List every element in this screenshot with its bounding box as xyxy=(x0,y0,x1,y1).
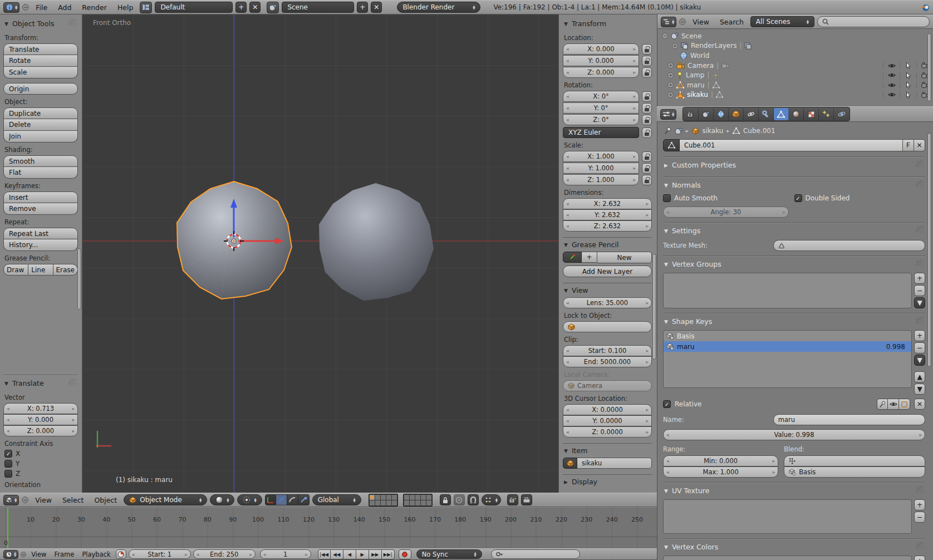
location-x-field[interactable]: X: 0.000 xyxy=(563,43,639,55)
lock-icon[interactable] xyxy=(642,56,652,66)
snap-element-select[interactable]: ▲▼ xyxy=(482,494,501,505)
item-name-field[interactable]: sikaku xyxy=(577,458,652,469)
collapse-menus-icon[interactable]: − xyxy=(679,18,686,25)
play-reverse-icon[interactable]: ◀ xyxy=(343,549,356,559)
lamp-data-icon[interactable] xyxy=(712,72,719,79)
tool-shelf-scrollbar[interactable] xyxy=(77,248,81,310)
viewport-3d[interactable]: Front Ortho (1) sikaku : maru xyxy=(82,14,558,493)
hide-eye-icon[interactable] xyxy=(883,91,900,98)
shape-key-specials-menu[interactable]: ▼ xyxy=(914,355,925,366)
tab-texture[interactable] xyxy=(804,108,819,120)
current-frame-field[interactable]: 1 xyxy=(260,549,311,559)
menu-select[interactable]: Select xyxy=(58,496,88,504)
add-uv-map-button[interactable]: + xyxy=(914,499,925,510)
jump-to-start-icon[interactable]: |◀◀ xyxy=(318,549,331,559)
layer-toggle[interactable] xyxy=(370,500,375,505)
lock-icon[interactable] xyxy=(642,91,652,102)
range-min-field[interactable]: Min: 0.000 xyxy=(663,455,778,466)
add-vertex-color-button[interactable]: + xyxy=(914,556,925,560)
menu-playback[interactable]: Playback xyxy=(79,551,113,558)
pencil-icon[interactable] xyxy=(563,252,582,263)
pin-icon[interactable] xyxy=(664,127,671,135)
lock-icon[interactable] xyxy=(642,115,652,125)
hide-eye-icon[interactable] xyxy=(883,62,900,69)
manipulator-scale-icon[interactable] xyxy=(298,494,310,505)
lock-icon[interactable] xyxy=(642,67,652,78)
tab-object-data-active[interactable] xyxy=(774,108,789,120)
lock-icon[interactable] xyxy=(642,163,652,174)
record-icon[interactable] xyxy=(399,549,411,559)
remove-uv-map-button[interactable]: − xyxy=(914,512,925,523)
screen-layout-browse-button[interactable] xyxy=(140,2,152,13)
layer-toggle[interactable] xyxy=(421,500,426,505)
breadcrumb-object-name[interactable]: sikaku xyxy=(703,127,724,135)
rotate-button[interactable]: Rotate xyxy=(3,55,78,67)
add-layout-button[interactable]: + xyxy=(235,2,247,13)
vertex-colors-list[interactable] xyxy=(663,556,912,560)
clip-end-field[interactable]: End: 5000.000 xyxy=(563,356,652,367)
constraint-y-checkbox[interactable] xyxy=(4,460,12,468)
cursor-x-field[interactable]: X: 0.0000 xyxy=(563,404,652,415)
delete-button[interactable]: Delete xyxy=(3,119,78,131)
editor-type-properties-button[interactable]: ▲▼ xyxy=(660,109,676,120)
cursor-z-field[interactable]: Z: 0.0000 xyxy=(563,426,652,438)
lock-icon[interactable] xyxy=(642,151,652,162)
snap-magnet-icon[interactable] xyxy=(468,494,479,505)
lock-icon[interactable] xyxy=(642,103,652,114)
clip-start-field[interactable]: Start: 0.100 xyxy=(563,345,652,356)
layer-toggle[interactable] xyxy=(404,495,409,500)
mesh-data-icon[interactable] xyxy=(716,91,723,98)
layer-toggle[interactable] xyxy=(404,500,409,505)
menu-frame[interactable]: Frame xyxy=(52,551,77,558)
layer-toggle[interactable] xyxy=(381,500,386,505)
view-panel-header[interactable]: ▼View xyxy=(563,283,652,297)
layer-toggle[interactable] xyxy=(381,495,386,500)
vector-z-field[interactable]: Z: 0.000 xyxy=(3,425,78,436)
uv-texture-list[interactable] xyxy=(663,499,912,534)
normals-panel-header[interactable]: ▼Normals xyxy=(663,178,925,192)
layer-toggle[interactable] xyxy=(386,495,391,500)
object-tools-panel-header[interactable]: ▼ Object Tools xyxy=(3,17,78,31)
display-mode-select[interactable]: All Scenes▲▼ xyxy=(750,16,814,27)
scene-browse-button[interactable] xyxy=(267,2,279,13)
editor-type-timeline-button[interactable]: ▲▼ xyxy=(3,550,18,559)
scale-x-field[interactable]: X: 1.000 xyxy=(563,151,639,162)
breadcrumb-data-name[interactable]: Cube.001 xyxy=(743,127,775,135)
render-opengl-animation-icon[interactable] xyxy=(521,494,532,505)
viewport-shading-select[interactable]: ▲▼ xyxy=(210,494,234,505)
cursor-y-field[interactable]: Y: 0.0000 xyxy=(563,415,652,426)
tab-modifiers[interactable] xyxy=(759,108,774,120)
gp-add-new-layer-button[interactable]: Add New Layer xyxy=(563,266,652,277)
n-panel-scrollbar[interactable] xyxy=(652,254,656,360)
layer-toggle[interactable] xyxy=(392,495,397,500)
layer-toggle[interactable] xyxy=(386,500,391,505)
delete-scene-button[interactable]: ✕ xyxy=(371,2,382,13)
menu-view[interactable]: View xyxy=(28,551,49,558)
tab-physics[interactable] xyxy=(834,108,849,120)
remove-vertex-group-button[interactable]: − xyxy=(914,285,925,296)
join-button[interactable]: Join xyxy=(3,131,78,143)
gp-new-button[interactable]: New xyxy=(597,252,652,263)
outliner-row-scene[interactable]: − Scene xyxy=(657,31,933,41)
outliner-row-renderlayers[interactable]: + RenderLayers | xyxy=(657,41,933,51)
lock-to-object-field[interactable] xyxy=(563,321,652,332)
layer-toggle[interactable] xyxy=(426,495,431,500)
shape-key-value-slider[interactable]: Value: 0.998 xyxy=(663,429,925,440)
auto-smooth-checkbox[interactable] xyxy=(663,194,671,202)
lens-field[interactable]: Lens: 35.000 xyxy=(563,297,652,308)
vertex-groups-list[interactable] xyxy=(663,273,912,308)
custom-properties-panel-header[interactable]: ▶Custom Properties xyxy=(663,158,925,172)
camera-data-icon[interactable] xyxy=(721,62,729,68)
add-shape-key-button[interactable]: + xyxy=(914,330,925,341)
dimension-y-field[interactable]: Y: 2.632 xyxy=(563,209,652,220)
sync-mode-select[interactable]: No Sync▲▼ xyxy=(416,549,482,559)
renderlayer-data-icon[interactable] xyxy=(744,42,752,50)
rotation-x-field[interactable]: X: 0° xyxy=(563,91,639,102)
rotation-z-field[interactable]: Z: 0° xyxy=(563,114,639,125)
menu-object[interactable]: Object xyxy=(90,496,121,504)
add-scene-button[interactable]: + xyxy=(357,2,368,13)
scale-z-field[interactable]: Z: 1.000 xyxy=(563,174,639,185)
remove-keyframe-button[interactable]: Remove xyxy=(3,203,78,215)
tab-constraints[interactable] xyxy=(744,108,759,120)
gp-add-icon[interactable]: + xyxy=(582,252,597,263)
